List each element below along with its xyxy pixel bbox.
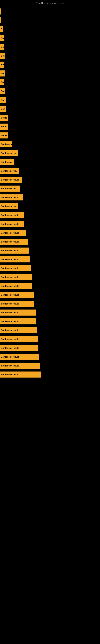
result-bar: Bottleneck result [0, 345, 38, 351]
result-bar: Bo [0, 35, 4, 41]
bar-row: Bo [0, 43, 100, 51]
result-bar: Bottleneck result [0, 372, 41, 378]
bar-row: Bot [0, 52, 100, 60]
bar-row: Bo [0, 34, 100, 42]
bar-row: Bottleneck result [0, 273, 100, 281]
bar-row: Bottleneck result [0, 353, 100, 361]
bar-row: Bottleneck result [0, 256, 100, 263]
result-bar [0, 17, 1, 23]
result-bar: Bottleneck result [0, 292, 34, 298]
result-bar: Bot [0, 70, 5, 76]
result-bar: Bottleneck result [0, 177, 22, 183]
result-bar: Bottleneck resu [0, 150, 18, 156]
result-bar: Bottleneck result [0, 310, 36, 316]
bar-row: Bo [0, 61, 100, 68]
result-bar: Bottleneck result [0, 194, 23, 200]
result-bar: Bottleneck result [0, 230, 26, 236]
bar-row: Bottleneck res [0, 202, 100, 210]
result-bar: Bottleneck result [0, 363, 40, 369]
bar-row: Bottleneck result [0, 176, 100, 184]
result-bar: Bottle [0, 132, 8, 138]
bar-row: Bottleneck resu [0, 167, 100, 175]
result-bar: Bottleneck result [0, 318, 36, 324]
result-bar: Bot [0, 53, 5, 59]
bar-row: Bottleneck result [0, 318, 100, 325]
bar-row [0, 8, 100, 15]
result-bar: Bottleneck result [0, 283, 32, 289]
result-bar: Bott [0, 106, 6, 112]
result-bar: Bo [0, 44, 4, 50]
bar-row: Bottleneck result [0, 238, 100, 246]
result-bar: B [0, 26, 3, 32]
bar-row: Bottleneck result [0, 264, 100, 272]
result-bar: Bottleneck result [0, 354, 39, 360]
bar-row [0, 16, 100, 24]
site-title: TheBottlenecker.com [0, 0, 100, 6]
bar-row: Bottleneck result [0, 344, 100, 352]
bar-row: Bottleneck result [0, 247, 100, 254]
result-bar [0, 8, 1, 14]
result-bar: Bottleneck result [0, 248, 29, 254]
result-bar: Bottleneck result [0, 256, 30, 262]
result-bar: Bottle [0, 124, 8, 130]
bar-row: Bottle [0, 114, 100, 122]
result-bar: Bottleneck result [0, 239, 28, 245]
bar-row: Bottleneck resu [0, 149, 100, 157]
bar-row: Bo [0, 78, 100, 86]
bar-row: Bottleneck result [0, 282, 100, 290]
bar-row: Bot [0, 87, 100, 95]
result-bar: Bottleneck resu [0, 168, 19, 174]
bar-row: Bott [0, 96, 100, 104]
bar-row: Bottleneck result [0, 309, 100, 316]
bar-row: Bottleneck result [0, 362, 100, 370]
bar-row: Bottle [0, 123, 100, 130]
bar-row: B [0, 25, 100, 33]
bar-row: Bottleneck result [0, 335, 100, 343]
result-bar: Bottleneck [0, 141, 12, 147]
result-bar: Bottleneck result [0, 212, 24, 218]
bar-row: Bot [0, 70, 100, 77]
result-bar: Bot [0, 88, 5, 94]
bar-row: Bottle [0, 132, 100, 139]
bar-row: Bottleneck r [0, 158, 100, 166]
result-bar: Bott [0, 97, 6, 103]
result-bar: Bottleneck result [0, 274, 32, 280]
result-bar: Bottleneck result [0, 221, 24, 227]
result-bar: Bottleneck resu [0, 186, 20, 192]
result-bar: Bottleneck result [0, 301, 34, 307]
bar-row: Bottleneck result [0, 371, 100, 378]
result-bar: Bottleneck result [0, 327, 37, 333]
bar-row: Bottleneck result [0, 326, 100, 334]
result-bar: Bottleneck r [0, 159, 14, 165]
result-bar: Bottle [0, 115, 8, 121]
result-bar: Bo [0, 79, 4, 85]
bar-row: Bottleneck resu [0, 185, 100, 192]
result-bar: Bottleneck result [0, 265, 31, 271]
bar-row: Bottleneck result [0, 211, 100, 219]
bar-row: Bottleneck result [0, 229, 100, 237]
bar-row: Bottleneck [0, 140, 100, 148]
bar-row: Bottleneck result [0, 194, 100, 201]
result-bar: Bottleneck result [0, 336, 38, 342]
bar-row: Bottleneck result [0, 291, 100, 299]
bar-row: Bottleneck result [0, 220, 100, 228]
bar-row: Bottleneck result [0, 300, 100, 308]
bar-row: Bott [0, 105, 100, 113]
result-bar: Bo [0, 62, 4, 68]
bars-container: BBoBoBotBoBotBoBotBottBottBottleBottleBo… [0, 6, 100, 382]
result-bar: Bottleneck res [0, 203, 18, 209]
